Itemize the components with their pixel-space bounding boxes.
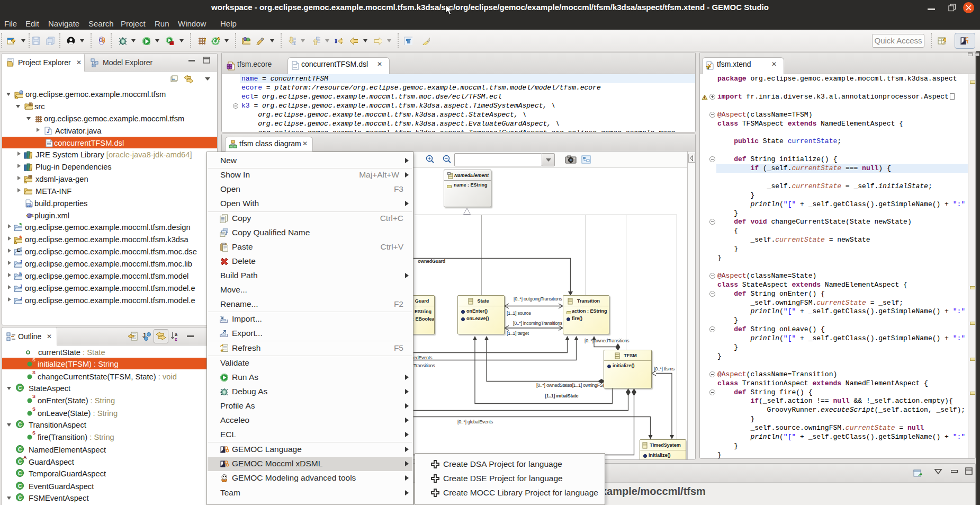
svg-text:C: C	[18, 459, 22, 465]
svg-text:!: !	[707, 66, 709, 70]
svg-text:C: C	[18, 447, 22, 453]
svg-text:z: z	[175, 336, 177, 341]
svg-text:E: E	[17, 247, 20, 253]
svg-text:M: M	[19, 272, 22, 277]
svg-text:C: C	[18, 422, 22, 428]
svg-text:J: J	[20, 296, 22, 301]
svg-text:J: J	[20, 284, 22, 289]
svg-text:J: J	[47, 128, 50, 134]
svg-text:C: C	[18, 385, 22, 391]
svg-text:J: J	[20, 260, 22, 264]
svg-text:C: C	[18, 495, 22, 501]
svg-text:C: C	[18, 483, 22, 489]
svg-text:!: !	[704, 95, 706, 100]
svg-text:C: C	[18, 471, 22, 476]
svg-text:010: 010	[27, 204, 33, 207]
